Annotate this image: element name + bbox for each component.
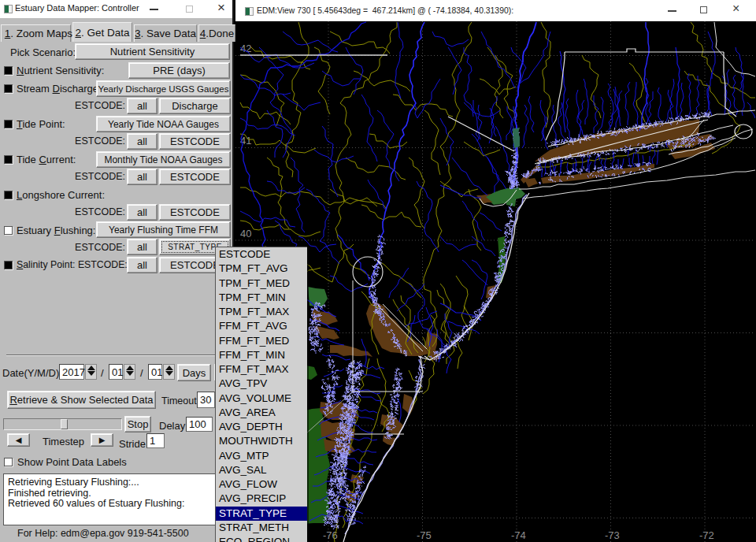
svg-text:-72: -72 bbox=[699, 529, 714, 541]
svg-text:40: 40 bbox=[240, 228, 251, 239]
svg-text:-74: -74 bbox=[511, 529, 526, 541]
svg-text:-73: -73 bbox=[605, 529, 620, 541]
svg-text:-75: -75 bbox=[417, 529, 432, 541]
svg-text:-76: -76 bbox=[323, 529, 338, 541]
